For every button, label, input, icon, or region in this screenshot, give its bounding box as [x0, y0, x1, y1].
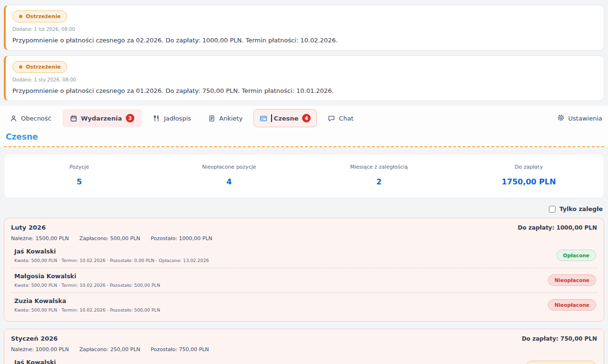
- summary-due: Należne: 1500,00 PLN: [11, 235, 69, 242]
- payment-meta: Kwota: 500,00 PLN · Termin: 10.02.2026 ·…: [14, 307, 160, 313]
- utensils-icon: [153, 115, 160, 122]
- status-badge: Nieopłacone: [548, 274, 596, 286]
- tab-label: Jadłospis: [164, 115, 191, 122]
- month-due-amount: Do zapłaty: 750,00 PLN: [522, 335, 597, 342]
- stat-miesiace-z-zalegloscia: Miesiące z zaległością 2: [304, 164, 454, 186]
- tab-section: Obecność Wydarzenia 3 Jadłospis: [0, 106, 608, 147]
- warning-badge: Ostrzeżenie: [12, 10, 67, 22]
- warning-dot-icon: [19, 65, 22, 69]
- tab-chat[interactable]: Chat: [322, 110, 359, 127]
- notification-message: Przypomnienie o płatności czesnego za 02…: [12, 37, 597, 44]
- warning-badge-label: Ostrzeżenie: [26, 13, 61, 20]
- stat-value: 1750,00 PLN: [454, 177, 604, 186]
- payment-meta: Kwota: 500,00 PLN · Termin: 10.02.2026 ·…: [14, 283, 160, 288]
- month-title: Styczeń 2026: [11, 335, 58, 342]
- payment-row: Jaś Kowalski Kwota: 500,00 PLN · Termin:…: [11, 354, 597, 364]
- warning-badge: Ostrzeżenie: [12, 61, 67, 73]
- person-icon: [10, 115, 17, 122]
- payment-items: Jaś Kowalski Kwota: 500,00 PLN · Termin:…: [11, 354, 597, 364]
- child-name: Małgosia Kowalski: [14, 273, 160, 280]
- only-overdue-label: Tylko zaległe: [559, 205, 603, 212]
- tab-label: Ankiety: [219, 115, 243, 122]
- status-badge: Częściowo opłacone: [526, 361, 596, 364]
- notification-message: Przypomnienie o płatności czesnego za 01…: [12, 87, 597, 94]
- notification-timestamp: Dodano: 1 sty 2026, 08:00: [12, 77, 597, 82]
- tab-czesne[interactable]: Czesne 4: [253, 109, 317, 127]
- summary-paid: Zapłacono: 500,00 PLN: [79, 235, 140, 242]
- stat-nieoplacone-pozycje: Nieopłacone pozycje 4: [154, 164, 304, 186]
- only-overdue-checkbox[interactable]: [549, 206, 556, 212]
- tab-bar: Obecność Wydarzenia 3 Jadłospis: [4, 107, 604, 130]
- dashed-divider: [4, 146, 604, 147]
- stat-label: Nieopłacone pozycje: [154, 164, 304, 170]
- warning-notification-card: Ostrzeżenie Dodano: 1 sty 2026, 08:00 Pr…: [4, 55, 604, 101]
- summary-remaining: Pozostało: 750,00 PLN: [151, 346, 209, 353]
- child-name: Jaś Kowalski: [14, 359, 160, 364]
- tab-label: Chat: [339, 115, 353, 122]
- payment-card-icon: [260, 115, 267, 122]
- stat-label: Miesiące z zaległością: [304, 164, 454, 170]
- gear-icon: [557, 114, 565, 123]
- month-summary: Należne: 1000,00 PLN Zapłacono: 250,00 P…: [11, 346, 597, 353]
- tab-jadlospis[interactable]: Jadłospis: [147, 110, 197, 127]
- summary-remaining: Pozostało: 1000,00 PLN: [151, 235, 212, 242]
- payment-info: Małgosia Kowalski Kwota: 500,00 PLN · Te…: [14, 273, 160, 288]
- stat-label: Pozycje: [4, 164, 154, 170]
- month-title: Luty 2026: [11, 224, 46, 231]
- stat-pozycje: Pozycje 5: [4, 164, 154, 186]
- tab-label: Czesne: [274, 115, 299, 122]
- payment-info: Jaś Kowalski Kwota: 500,00 PLN · Termin:…: [14, 248, 209, 263]
- month-card-styczen-2026: Styczeń 2026 Do zapłaty: 750,00 PLN Nale…: [4, 329, 604, 364]
- stat-label: Do zapłaty: [454, 164, 604, 170]
- warning-dot-icon: [19, 15, 22, 18]
- notification-timestamp: Dodano: 1 lut 2026, 08:00: [12, 27, 597, 32]
- settings-button[interactable]: Ustawienia: [555, 110, 604, 127]
- warning-notification-card: Ostrzeżenie Dodano: 1 lut 2026, 08:00 Pr…: [4, 5, 604, 51]
- month-due-amount: Do zapłaty: 1000,00 PLN: [518, 224, 597, 231]
- text-cursor: [271, 114, 272, 122]
- month-summary: Należne: 1500,00 PLN Zapłacono: 500,00 P…: [11, 235, 597, 242]
- tab-label: Wydarzenia: [81, 115, 122, 122]
- chat-bubble-icon: [328, 115, 335, 122]
- stats-summary-card: Pozycje 5 Nieopłacone pozycje 4 Miesiące…: [4, 154, 604, 198]
- tab-count-badge: 4: [302, 114, 311, 122]
- calendar-icon: [70, 115, 77, 122]
- tab-count-badge: 3: [126, 114, 134, 122]
- tab-wydarzenia[interactable]: Wydarzenia 3: [62, 109, 142, 127]
- survey-icon: [208, 115, 215, 122]
- page-title: Czesne: [4, 130, 604, 146]
- stat-value: 5: [4, 177, 154, 186]
- warning-badge-label: Ostrzeżenie: [26, 64, 61, 70]
- tab-ankiety[interactable]: Ankiety: [202, 110, 249, 127]
- stat-do-zaplaty: Do zapłaty 1750,00 PLN: [454, 164, 604, 186]
- month-header: Luty 2026 Do zapłaty: 1000,00 PLN: [11, 224, 597, 231]
- month-header: Styczeń 2026 Do zapłaty: 750,00 PLN: [11, 335, 597, 342]
- payment-info: Zuzia Kowalska Kwota: 500,00 PLN · Termi…: [14, 297, 160, 313]
- payment-meta: Kwota: 500,00 PLN · Termin: 10.02.2026 ·…: [14, 258, 209, 263]
- tab-label: Obecność: [21, 115, 51, 122]
- child-name: Jaś Kowalski: [14, 248, 209, 255]
- filter-row: Tylko zaległe: [5, 205, 603, 212]
- status-badge: Opłacone: [557, 250, 596, 261]
- page: Ostrzeżenie Dodano: 1 lut 2026, 08:00 Pr…: [0, 0, 608, 364]
- payment-info: Jaś Kowalski Kwota: 500,00 PLN · Termin:…: [14, 359, 160, 364]
- status-badge: Nieopłacone: [548, 299, 596, 311]
- summary-paid: Zapłacono: 250,00 PLN: [79, 346, 140, 353]
- summary-due: Należne: 1000,00 PLN: [11, 346, 69, 353]
- payment-row: Zuzia Kowalska Kwota: 500,00 PLN · Termi…: [11, 293, 597, 317]
- stat-value: 4: [154, 177, 304, 186]
- payment-row: Jaś Kowalski Kwota: 500,00 PLN · Termin:…: [11, 243, 597, 268]
- tab-obecnosc[interactable]: Obecność: [4, 110, 58, 127]
- payment-items: Jaś Kowalski Kwota: 500,00 PLN · Termin:…: [11, 243, 597, 317]
- payment-row: Małgosia Kowalski Kwota: 500,00 PLN · Te…: [11, 268, 597, 293]
- settings-label: Ustawienia: [568, 115, 602, 122]
- stat-value: 2: [304, 177, 454, 186]
- child-name: Zuzia Kowalska: [14, 297, 160, 304]
- month-card-luty-2026: Luty 2026 Do zapłaty: 1000,00 PLN Należn…: [4, 218, 604, 322]
